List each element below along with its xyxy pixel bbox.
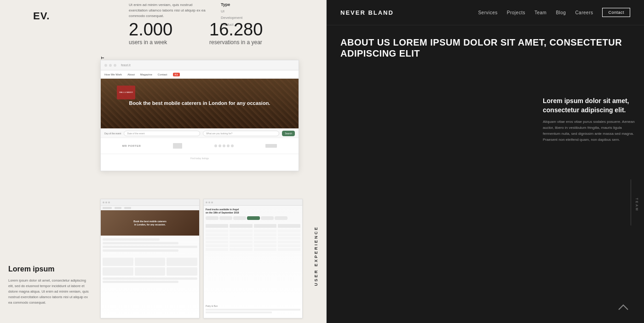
- patty-label: Patty & Bun: [206, 305, 300, 307]
- bottom-heading: Lorem ipsum: [8, 265, 92, 273]
- filter-chips: [204, 216, 302, 221]
- tr-4: [206, 241, 300, 243]
- mockup-dot-red: [104, 64, 107, 67]
- nav-kit: Kit: [173, 73, 180, 76]
- td-5-4: [278, 244, 300, 247]
- bottom-text: Lorem ipsum Lorem ipsum dolor sit amet, …: [0, 256, 100, 318]
- td-1-1: [206, 230, 228, 232]
- mini-cell-3: [167, 258, 197, 266]
- desc-text: Ut enim ad minim veniam, quis nostrud ex…: [129, 2, 207, 19]
- th-1: [206, 224, 228, 228]
- chip-1: [206, 216, 218, 220]
- nb-navbar: NEVER BLAND Services Projects Team Blog …: [327, 0, 644, 25]
- mini-cell-2: [135, 258, 166, 266]
- chip-5: [261, 216, 274, 220]
- logo-placeholder-1: [173, 143, 182, 149]
- mini-bar-2: [204, 199, 302, 206]
- nav-how: How We Work: [104, 73, 122, 76]
- left-panel: EV. THE PROJECT Ut enim ad minim veniam,…: [0, 0, 327, 323]
- mini-cell-6: [167, 267, 197, 276]
- scroll-up-button[interactable]: [616, 301, 630, 315]
- mockup-url: feast.it: [121, 63, 131, 67]
- hero-text: Book the best mobile caterers in London …: [129, 100, 270, 107]
- contact-button[interactable]: Contact: [602, 8, 630, 17]
- td-1-3: [254, 230, 276, 232]
- nav-projects[interactable]: Projects: [507, 10, 525, 15]
- search-input-pill: Date of the event: [124, 131, 200, 136]
- mini-cell-1: [103, 258, 133, 266]
- tr-1: [206, 230, 300, 232]
- bottom-desc: Lorem ipsum dolor sit amet, consectetur …: [8, 278, 92, 306]
- td-1-2: [230, 230, 252, 232]
- hero-heading: Book the best mobile caterers in London …: [129, 100, 270, 107]
- td-6-4: [278, 248, 300, 251]
- mini-dot-1: [103, 202, 104, 203]
- nav-magazine: Magazine: [140, 73, 152, 76]
- td-2-4: [278, 233, 300, 236]
- stat-users-number: 2.000: [129, 21, 172, 38]
- team-vert-label: TEAM: [635, 198, 638, 212]
- td-3-1: [206, 237, 228, 240]
- logo-placeholder-2: [214, 144, 234, 147]
- nb-vert-line-right: [631, 179, 631, 225]
- mockup-search-bar: Day of the event Date of the event What …: [101, 128, 299, 138]
- nav-about: About: [127, 73, 135, 76]
- mini-row-3: [103, 246, 197, 248]
- th-3: [254, 224, 276, 228]
- mini-nav: [101, 206, 199, 210]
- mini-cell-5: [135, 267, 166, 276]
- tr-6: [206, 248, 300, 251]
- nb-logo: NEVER BLAND: [340, 9, 394, 16]
- tr-5: [206, 244, 300, 247]
- nav-careers[interactable]: Careers: [575, 10, 593, 15]
- nb-about-section: ABOUT US LOREM IPSUM DOLOR SIT AMET, CON…: [327, 25, 644, 69]
- td-3-4: [278, 237, 300, 240]
- search-what-pill: What are you looking for?: [203, 131, 279, 136]
- screenshot-card-2: Food trucks available in Angelon the 18t…: [203, 199, 303, 318]
- td-6-2: [230, 248, 252, 251]
- right-panel: NEVER BLAND Services Projects Team Blog …: [327, 0, 644, 323]
- mini-dot-2: [105, 202, 107, 203]
- logo[interactable]: EV.: [33, 10, 50, 22]
- screenshot-card-1: Book the best mobile caterersin London, …: [100, 199, 200, 318]
- ui-label: UI: [221, 9, 224, 13]
- mini-extra-rows: [101, 277, 199, 283]
- mini-dot-5: [208, 202, 210, 203]
- td-2-1: [206, 233, 228, 236]
- mockup-logos: MR PORTER: [101, 138, 299, 154]
- nav-blog[interactable]: Blog: [556, 10, 566, 15]
- mini-dot-4: [206, 202, 207, 203]
- nb-about-heading: ABOUT US LOREM IPSUM DOLOR SIT AMET, CON…: [340, 37, 630, 59]
- ux-label: USER EXPERIENCE: [314, 226, 318, 286]
- nav-contact: Contact: [158, 73, 167, 76]
- td-4-4: [278, 241, 300, 243]
- mini-grid-1: [101, 256, 199, 277]
- td-4-1: [206, 241, 228, 243]
- card2-bottom: Patty & Bun: [206, 305, 300, 313]
- mockup-dot-green: [114, 64, 116, 67]
- patty-row-2: [206, 311, 272, 313]
- table-header: [206, 224, 300, 228]
- mini-cell-4: [103, 267, 133, 276]
- stat-reservations-number: 16.280: [209, 21, 263, 38]
- type-label: Type: [221, 2, 242, 7]
- mini-row-2: [103, 242, 178, 244]
- mini-hero-1: Book the best mobile caterersin London, …: [101, 210, 199, 236]
- td-2-3: [254, 233, 276, 236]
- nav-team[interactable]: Team: [535, 10, 546, 15]
- mini-row-1: [103, 238, 160, 241]
- chip-4: [247, 216, 260, 220]
- mini-row-5: [103, 277, 197, 280]
- nav-services[interactable]: Services: [478, 10, 497, 15]
- about-text-block: Lorem ipsum dolor sit amet, consectetur …: [543, 97, 635, 143]
- mockup-hero: WALL & MAKER Book the best mobile catere…: [101, 79, 299, 128]
- mini-dot-3: [108, 202, 110, 203]
- td-1-4: [278, 230, 300, 232]
- td-5-3: [254, 244, 276, 247]
- about-body-text: Aliquam vitae eros vitae purus sodales p…: [543, 119, 635, 143]
- td-5-2: [230, 244, 252, 247]
- search-button[interactable]: Search: [282, 131, 295, 136]
- mini-hero-text-1: Book the best mobile caterersin London, …: [133, 220, 166, 226]
- table-mockup: [204, 221, 302, 254]
- stat-reservations: 16.280 reservations in a year: [209, 21, 263, 46]
